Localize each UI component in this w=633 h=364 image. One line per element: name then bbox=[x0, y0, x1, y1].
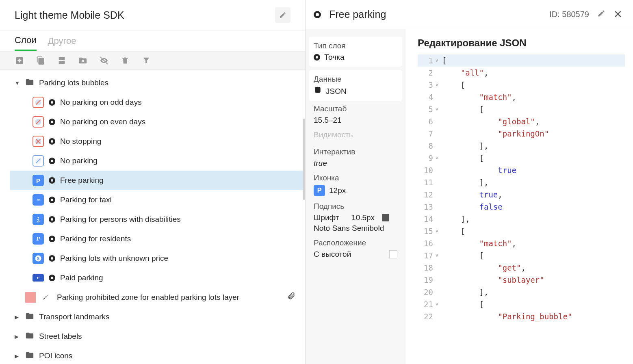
visibility-button[interactable] bbox=[99, 56, 109, 65]
tree-layer[interactable]: No parking on even days bbox=[10, 112, 305, 132]
color-swatch bbox=[25, 292, 36, 303]
prop-caption[interactable]: Подпись Шрифт 10.5px Noto Sans Semibold bbox=[306, 202, 405, 238]
code-line[interactable]: 20 ], bbox=[418, 286, 625, 298]
add-button[interactable] bbox=[15, 56, 24, 65]
chevron-right-icon: ▶ bbox=[15, 334, 20, 340]
fold-icon[interactable]: v bbox=[436, 54, 442, 67]
chevron-right-icon: ▶ bbox=[15, 314, 20, 320]
remove-folder-button[interactable] bbox=[78, 56, 88, 65]
accessible-icon bbox=[33, 214, 44, 225]
layer-label: Parking for taxi bbox=[60, 195, 112, 204]
tab-other[interactable]: Другое bbox=[48, 30, 76, 51]
line-number: 22 bbox=[418, 310, 436, 323]
code-area[interactable]: 1v[2 "all",3v [4 "match",5v [6 "global",… bbox=[418, 54, 625, 323]
code-line[interactable]: 4 "match", bbox=[418, 91, 625, 103]
tree-layer[interactable]: No stopping bbox=[10, 132, 305, 151]
edit-button[interactable] bbox=[597, 9, 605, 20]
copy-button[interactable] bbox=[36, 56, 46, 65]
code-line[interactable]: 8 ], bbox=[418, 140, 625, 152]
prop-placement[interactable]: Расположение С высотой bbox=[306, 238, 405, 264]
code-line[interactable]: 5v [ bbox=[418, 103, 625, 115]
tree-folder[interactable]: ▶ Street labels bbox=[10, 327, 305, 346]
line-number: 4 bbox=[418, 91, 436, 103]
code-line[interactable]: 16 "match", bbox=[418, 237, 625, 249]
no-stopping-icon bbox=[33, 136, 44, 147]
attachment-icon bbox=[287, 292, 295, 303]
tab-layers[interactable]: Слои bbox=[15, 30, 37, 51]
delete-button[interactable] bbox=[120, 56, 130, 65]
code-line[interactable]: 17v [ bbox=[418, 249, 625, 262]
fold-icon[interactable]: v bbox=[436, 152, 442, 164]
fold-icon[interactable]: v bbox=[436, 103, 442, 115]
code-line[interactable]: 11 ], bbox=[418, 176, 625, 188]
line-number: 18 bbox=[418, 262, 436, 274]
code-line[interactable]: 13 false bbox=[418, 201, 625, 213]
code-line[interactable]: 15v [ bbox=[418, 225, 625, 237]
plus-square-icon bbox=[15, 56, 24, 65]
code-line[interactable]: 3v [ bbox=[418, 79, 625, 91]
edit-style-button[interactable] bbox=[275, 7, 290, 23]
tree-layer[interactable]: PFree parking bbox=[10, 171, 305, 190]
tree-folder[interactable]: ▶ Transport landmarks bbox=[10, 307, 305, 327]
tree-layer[interactable]: No parking on odd days bbox=[10, 93, 305, 112]
tree-layer[interactable]: 1ꜛParking for residents bbox=[10, 229, 305, 249]
svg-text:$: $ bbox=[37, 256, 39, 261]
code-line[interactable]: 6 "global", bbox=[418, 115, 625, 128]
checkbox[interactable] bbox=[389, 250, 397, 258]
tree-layer[interactable]: Parking for persons with disabilities bbox=[10, 210, 305, 229]
line-number: 10 bbox=[418, 164, 436, 176]
line-number: 2 bbox=[418, 67, 436, 79]
prop-visibility[interactable]: Видимость bbox=[306, 130, 405, 147]
code-line[interactable]: 10 true bbox=[418, 164, 625, 176]
code-line[interactable]: 1v[ bbox=[418, 54, 625, 67]
close-button[interactable]: ✕ bbox=[613, 8, 622, 21]
scrollbar[interactable] bbox=[303, 119, 305, 200]
visibility-icon bbox=[49, 138, 55, 145]
layer-label: Parking for persons with disabilities bbox=[60, 215, 181, 224]
visibility-icon bbox=[49, 177, 55, 184]
folder-icon bbox=[25, 78, 34, 89]
paid-parking-icon: P bbox=[33, 274, 44, 282]
no-parking-odd-icon bbox=[33, 97, 44, 108]
line-number: 14 bbox=[418, 213, 436, 225]
tree-layer-prohibited[interactable]: ⟋ Parking prohibited zone for enabled pa… bbox=[10, 288, 305, 307]
code-line[interactable]: 14 ], bbox=[418, 213, 625, 225]
tree-folder[interactable]: ▶ POI icons bbox=[10, 346, 305, 364]
fold-icon[interactable]: v bbox=[436, 298, 442, 310]
fold-icon[interactable]: v bbox=[436, 225, 442, 237]
tree-layer[interactable]: $Parking lots with unknown price bbox=[10, 249, 305, 268]
tree-layer[interactable]: PPaid parking bbox=[10, 268, 305, 288]
tree-layer[interactable]: ▪▪▪Parking for taxi bbox=[10, 190, 305, 210]
visibility-toggle-icon[interactable] bbox=[314, 11, 321, 18]
layer-label: No parking on odd days bbox=[60, 98, 142, 107]
code-line[interactable]: 22 "Parking_bubble" bbox=[418, 310, 625, 323]
folder-label: Parking lots bubbles bbox=[39, 78, 108, 87]
code-line[interactable]: 7 "parkingOn" bbox=[418, 128, 625, 140]
code-line[interactable]: 9v [ bbox=[418, 152, 625, 164]
prop-scale[interactable]: Масштаб 15.5–21 bbox=[306, 104, 405, 130]
layer-tree: ▼ Parking lots bubbles No parking on odd… bbox=[0, 70, 305, 364]
prop-layer-type[interactable]: Тип слоя Точка bbox=[309, 37, 402, 67]
code-line[interactable]: 2 "all", bbox=[418, 67, 625, 79]
folder-label: Street labels bbox=[39, 332, 82, 341]
svg-rect-1 bbox=[59, 57, 65, 60]
filter-button[interactable] bbox=[141, 56, 151, 65]
tree-layer[interactable]: No parking bbox=[10, 151, 305, 171]
line-number: 15 bbox=[418, 225, 436, 237]
json-title: Редактирование JSON bbox=[418, 37, 625, 49]
copy-icon bbox=[36, 56, 45, 65]
group-button[interactable] bbox=[57, 56, 67, 65]
visibility-icon bbox=[49, 158, 55, 164]
line-number: 11 bbox=[418, 176, 436, 188]
prop-interactive[interactable]: Интерактив true bbox=[306, 147, 405, 173]
code-line[interactable]: 12 true, bbox=[418, 188, 625, 201]
code-line[interactable]: 21v [ bbox=[418, 298, 625, 310]
tree-folder[interactable]: ▼ Parking lots bubbles bbox=[10, 73, 305, 93]
prop-data[interactable]: Данные JSON bbox=[309, 70, 402, 101]
fold-icon[interactable]: v bbox=[436, 79, 442, 91]
line-number: 3 bbox=[418, 79, 436, 91]
code-line[interactable]: 19 "sublayer" bbox=[418, 274, 625, 286]
code-line[interactable]: 18 "get", bbox=[418, 262, 625, 274]
fold-icon[interactable]: v bbox=[436, 249, 442, 262]
prop-icon[interactable]: Иконка P12px bbox=[306, 173, 405, 202]
